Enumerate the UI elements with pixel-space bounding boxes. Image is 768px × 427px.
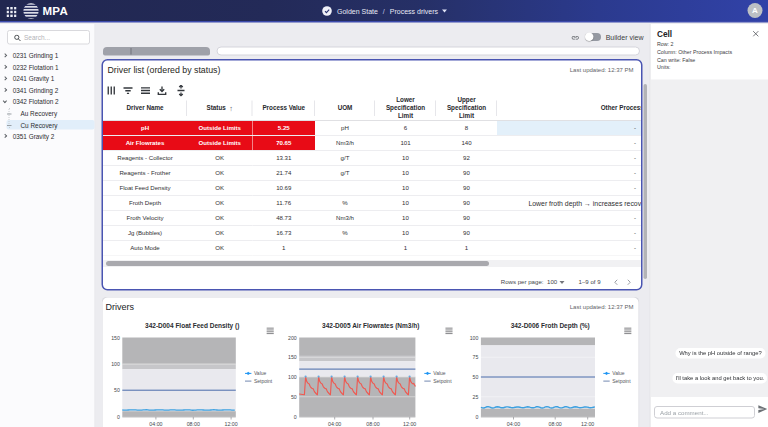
svg-text:Setpoint: Setpoint	[433, 378, 452, 384]
svg-text:0: 0	[117, 414, 120, 420]
svg-text:12:00: 12:00	[403, 421, 416, 427]
svg-text:08:00: 08:00	[187, 421, 200, 427]
svg-text:Setpoint: Setpoint	[612, 378, 631, 384]
svg-text:Value: Value	[433, 370, 446, 376]
svg-text:50: 50	[473, 374, 479, 380]
svg-text:08:00: 08:00	[366, 421, 379, 427]
svg-text:50: 50	[291, 394, 297, 400]
svg-text:150: 150	[288, 354, 297, 360]
svg-text:0: 0	[294, 414, 297, 420]
svg-text:342-D006 Froth Depth (%): 342-D006 Froth Depth (%)	[511, 322, 590, 330]
svg-text:200: 200	[288, 335, 297, 341]
svg-text:25: 25	[473, 394, 479, 400]
svg-text:08:00: 08:00	[549, 421, 562, 427]
svg-text:100: 100	[288, 374, 297, 380]
svg-text:0: 0	[476, 414, 479, 420]
svg-text:342-D005 Air Flowrates (Nm3/h): 342-D005 Air Flowrates (Nm3/h)	[322, 322, 419, 330]
svg-text:Setpoint: Setpoint	[254, 378, 273, 384]
svg-text:04:00: 04:00	[328, 421, 341, 427]
svg-text:100: 100	[111, 361, 120, 367]
svg-text:150: 150	[111, 335, 120, 341]
svg-text:Value: Value	[254, 370, 267, 376]
svg-text:342-D004 Float Feed Density (): 342-D004 Float Feed Density ()	[145, 322, 239, 330]
svg-text:04:00: 04:00	[149, 421, 162, 427]
svg-text:50: 50	[114, 387, 120, 393]
svg-text:75: 75	[473, 354, 479, 360]
svg-text:100: 100	[470, 335, 479, 341]
svg-text:12:00: 12:00	[224, 421, 237, 427]
svg-text:12:00: 12:00	[581, 421, 594, 427]
svg-text:04:00: 04:00	[507, 421, 520, 427]
svg-text:Value: Value	[612, 370, 625, 376]
